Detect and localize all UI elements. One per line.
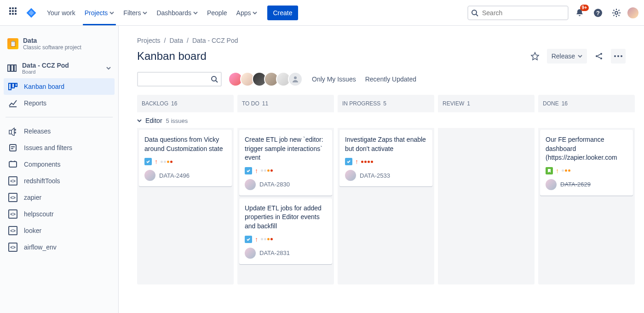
chevron-down-icon xyxy=(143,11,147,15)
card-title: Update ETL jobs for added properties in … xyxy=(245,204,327,231)
release-button[interactable]: Release xyxy=(547,49,587,64)
issue-key[interactable]: DATA-2533 xyxy=(360,172,390,179)
issue-key[interactable]: DATA-2496 xyxy=(159,172,190,179)
task-icon xyxy=(144,158,152,165)
sidebar-zapier[interactable]: <> zapier xyxy=(4,189,115,206)
crumb-data[interactable]: Data xyxy=(169,37,183,44)
sidebar-helpscoutr[interactable]: <> helpscoutr xyxy=(4,206,115,222)
star-icon xyxy=(530,52,540,61)
sidebar-kanban[interactable]: Kanban board xyxy=(4,78,115,95)
sidebar-looker[interactable]: <> looker xyxy=(4,222,115,239)
board-search-input[interactable] xyxy=(137,72,222,87)
lane-review[interactable] xyxy=(438,128,535,284)
lane-inprogress[interactable]: Investigate Zaps that enable but don't a… xyxy=(338,128,434,284)
svg-rect-9 xyxy=(15,83,17,87)
crumb-sep: / xyxy=(187,37,189,44)
lane-done[interactable]: Our FE performance dashboard (https://za… xyxy=(538,128,635,284)
swimlane-toggle[interactable]: Editor 5 issues xyxy=(137,117,626,124)
issue-card[interactable]: Data questions from Vicky around Customi… xyxy=(139,130,232,186)
sidebar-releases[interactable]: Releases xyxy=(4,123,115,139)
app-switcher-icon[interactable] xyxy=(9,7,20,18)
col-head-review[interactable]: REVIEW1 xyxy=(438,95,535,112)
project-header[interactable]: 📋 Data Classic software project xyxy=(4,35,115,58)
search-input[interactable] xyxy=(467,6,569,20)
sidebar-reports[interactable]: Reports xyxy=(4,95,115,111)
col-head-backlog[interactable]: BACKLOG16 xyxy=(137,95,234,112)
user-avatar[interactable] xyxy=(627,7,638,18)
components-icon xyxy=(8,160,17,169)
settings-button[interactable] xyxy=(609,6,624,20)
help-button[interactable]: ? xyxy=(591,6,605,20)
add-people-button[interactable] xyxy=(288,72,303,87)
assignee-avatar[interactable] xyxy=(345,170,356,181)
task-icon xyxy=(245,167,252,174)
issue-key[interactable]: DATA-2629 xyxy=(560,181,591,188)
col-head-done[interactable]: DONE16 xyxy=(538,95,635,112)
nav-filters[interactable]: Filters xyxy=(119,0,152,25)
issue-card[interactable]: Our FE performance dashboard (https://za… xyxy=(540,130,633,196)
sidebar-components[interactable]: Components xyxy=(4,156,115,173)
assignee-avatars xyxy=(231,72,303,87)
svg-rect-4 xyxy=(8,65,10,71)
svg-rect-11 xyxy=(9,162,17,167)
issue-card[interactable]: Create ETL job new `editor: trigger samp… xyxy=(239,130,332,196)
filter-my-issues[interactable]: Only My Issues xyxy=(312,75,356,83)
card-title: Investigate Zaps that enable but don't a… xyxy=(345,135,427,153)
kanban-icon xyxy=(8,82,17,91)
create-button[interactable]: Create xyxy=(267,6,298,20)
lane-backlog[interactable]: Data questions from Vicky around Customi… xyxy=(137,128,234,284)
assignee-avatar[interactable] xyxy=(144,170,155,181)
nav-dashboards[interactable]: Dashboards xyxy=(152,0,202,25)
svg-point-15 xyxy=(614,55,616,57)
board-sub: Board xyxy=(22,69,69,75)
share-button[interactable] xyxy=(592,49,606,64)
gear-icon xyxy=(612,8,621,17)
svg-point-16 xyxy=(617,55,619,57)
issue-key[interactable]: DATA-2831 xyxy=(259,249,290,256)
chevron-down-icon xyxy=(578,54,582,58)
svg-point-17 xyxy=(621,55,622,57)
jira-logo-icon[interactable] xyxy=(26,7,37,18)
star-button[interactable] xyxy=(528,49,542,64)
nav-your-work[interactable]: Your work xyxy=(42,0,80,25)
nav-projects[interactable]: Projects xyxy=(80,0,119,25)
search-icon xyxy=(471,9,478,17)
board-name: Data - CCZ Pod xyxy=(22,62,69,69)
sidebar-redshifttools[interactable]: <> redshiftTools xyxy=(4,173,115,189)
sidebar-issues[interactable]: Issues and filters xyxy=(4,139,115,156)
svg-rect-7 xyxy=(9,83,11,90)
assignee-avatar[interactable] xyxy=(546,179,557,190)
issue-card[interactable]: Investigate Zaps that enable but don't a… xyxy=(339,130,432,186)
sidebar-airflow[interactable]: <> airflow_env xyxy=(4,239,115,255)
shortcut-icon: <> xyxy=(8,243,17,252)
crumb-projects[interactable]: Projects xyxy=(137,37,161,44)
more-button[interactable] xyxy=(611,49,626,64)
days-dots xyxy=(161,161,172,163)
col-head-inprogress[interactable]: IN PROGRESS5 xyxy=(338,95,434,112)
chevron-down-icon xyxy=(137,118,142,123)
shortcut-icon: <> xyxy=(8,176,17,185)
share-icon xyxy=(594,52,604,61)
board-selector[interactable]: Data - CCZ Pod Board xyxy=(4,58,115,78)
project-subtitle: Classic software project xyxy=(23,44,81,51)
assignee-avatar[interactable] xyxy=(245,179,256,190)
assignee-avatar[interactable] xyxy=(245,248,256,259)
crumb-board[interactable]: Data - CCZ Pod xyxy=(192,37,238,44)
swimlane-count: 5 issues xyxy=(166,117,188,124)
nav-people[interactable]: People xyxy=(202,0,232,25)
task-icon xyxy=(345,158,352,165)
filter-recently-updated[interactable]: Recently Updated xyxy=(365,75,416,83)
nav-apps[interactable]: Apps xyxy=(232,0,262,25)
lane-todo[interactable]: Create ETL job new `editor: trigger samp… xyxy=(237,128,334,284)
svg-text:?: ? xyxy=(596,10,600,17)
chevron-down-icon xyxy=(253,11,257,15)
story-icon xyxy=(546,167,553,174)
help-icon: ? xyxy=(593,8,603,17)
priority-icon: ↑ xyxy=(556,167,559,174)
col-head-todo[interactable]: TO DO11 xyxy=(237,95,334,112)
reports-icon xyxy=(8,99,17,108)
notifications-button[interactable]: 9+ xyxy=(572,6,587,20)
svg-point-19 xyxy=(294,76,297,79)
issue-card[interactable]: Update ETL jobs for added properties in … xyxy=(239,198,332,264)
issue-key[interactable]: DATA-2830 xyxy=(259,181,290,188)
